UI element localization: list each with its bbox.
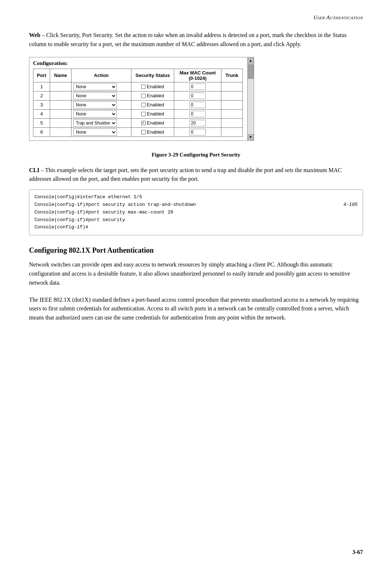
port-5: 5 bbox=[33, 118, 50, 127]
max-mac-2[interactable] bbox=[174, 91, 221, 100]
col-port: Port bbox=[33, 69, 50, 82]
checkbox-5[interactable] bbox=[141, 121, 146, 125]
cli-paragraph: CLI – This example selects the target po… bbox=[29, 166, 363, 184]
scrollbar[interactable]: ▲ ▼ bbox=[247, 57, 254, 141]
enabled-label-3: Enabled bbox=[147, 102, 164, 107]
checkbox-3[interactable] bbox=[141, 103, 146, 107]
col-name: Name bbox=[50, 69, 72, 82]
scrollbar-up[interactable]: ▲ bbox=[248, 58, 254, 64]
figure-caption: Figure 3-29 Configuring Port Security bbox=[29, 152, 363, 158]
action-5[interactable]: None Trap Shutdown Trap and Shutdown bbox=[72, 118, 131, 127]
intro-text: – Click Security, Port Security. Set the… bbox=[29, 32, 347, 47]
checkbox-2[interactable] bbox=[141, 94, 146, 98]
max-mac-input-5[interactable] bbox=[189, 120, 206, 126]
cli-line-3: Console(config-if)#port security max-mac… bbox=[34, 209, 358, 216]
section-heading: Configuring 802.1X Port Authentication bbox=[29, 246, 363, 255]
trunk-1 bbox=[221, 82, 242, 91]
col-max-mac: Max MAC Count (0-1024) bbox=[174, 69, 221, 82]
cli-code-2: Console(config-if)#port security action … bbox=[34, 201, 196, 209]
max-mac-3[interactable] bbox=[174, 100, 221, 109]
col-trunk: Trunk bbox=[221, 69, 242, 82]
max-mac-6[interactable] bbox=[174, 127, 221, 137]
status-1[interactable]: Enabled bbox=[131, 82, 174, 91]
status-2[interactable]: Enabled bbox=[131, 91, 174, 100]
status-6[interactable]: Enabled bbox=[131, 127, 174, 137]
body-paragraph-1-text: Network switches can provide open and ea… bbox=[29, 261, 350, 286]
name-1 bbox=[50, 82, 72, 91]
checkbox-4[interactable] bbox=[141, 112, 146, 116]
table-row: 6 None Trap Shutdown Trap and Shutdown bbox=[33, 127, 243, 137]
name-5 bbox=[50, 118, 72, 127]
max-mac-4[interactable] bbox=[174, 109, 221, 118]
table-header-row: Port Name Action Security Status Max MAC… bbox=[33, 69, 243, 82]
action-4[interactable]: None Trap Shutdown Trap and Shutdown bbox=[72, 109, 131, 118]
enabled-label-4: Enabled bbox=[147, 111, 164, 117]
config-table-wrapper: Port Name Action Security Status Max MAC… bbox=[33, 69, 250, 137]
status-3[interactable]: Enabled bbox=[131, 100, 174, 109]
max-mac-1[interactable] bbox=[174, 82, 221, 91]
max-mac-input-4[interactable] bbox=[189, 111, 206, 117]
status-5[interactable]: Enabled bbox=[131, 118, 174, 127]
cli-line-1: Console(config)#interface ethernet 1/5 bbox=[34, 194, 358, 201]
config-box-title: Configuration: bbox=[33, 60, 250, 66]
action-3[interactable]: None Trap Shutdown Trap and Shutdown bbox=[72, 100, 131, 109]
port-6: 6 bbox=[33, 127, 50, 137]
action-select-6[interactable]: None Trap Shutdown Trap and Shutdown bbox=[73, 129, 117, 136]
action-6[interactable]: None Trap Shutdown Trap and Shutdown bbox=[72, 127, 131, 137]
cli-line-2: Console(config-if)#port security action … bbox=[34, 201, 358, 209]
cli-line-5: Console(config-if)# bbox=[34, 224, 358, 231]
checkbox-1[interactable] bbox=[141, 85, 146, 89]
trunk-5 bbox=[221, 118, 242, 127]
cli-line-4: Console(config-if)#port security bbox=[34, 216, 358, 224]
port-4: 4 bbox=[33, 109, 50, 118]
name-2 bbox=[50, 91, 72, 100]
action-1[interactable]: None Trap Shutdown Trap and Shutdown bbox=[72, 82, 131, 91]
cli-code-5: Console(config-if)# bbox=[34, 224, 88, 231]
name-6 bbox=[50, 127, 72, 137]
name-4 bbox=[50, 109, 72, 118]
trunk-6 bbox=[221, 127, 242, 137]
action-select-2[interactable]: None Trap Shutdown Trap and Shutdown bbox=[73, 92, 117, 99]
table-row: 2 None Trap Shutdown Trap and Shutdown bbox=[33, 91, 243, 100]
name-3 bbox=[50, 100, 72, 109]
action-select-3[interactable]: None Trap Shutdown Trap and Shutdown bbox=[73, 101, 117, 109]
status-4[interactable]: Enabled bbox=[131, 109, 174, 118]
scrollbar-thumb[interactable] bbox=[248, 64, 254, 79]
action-select-1[interactable]: None Trap Shutdown Trap and Shutdown bbox=[73, 83, 117, 90]
max-mac-input-3[interactable] bbox=[189, 102, 206, 108]
checkbox-6[interactable] bbox=[141, 130, 146, 134]
page-header: User Authentication bbox=[29, 15, 363, 21]
port-3: 3 bbox=[33, 100, 50, 109]
config-outer: Configuration: Port Name Action Security… bbox=[29, 57, 363, 147]
table-row: 3 None Trap Shutdown Trap and Shutdown bbox=[33, 100, 243, 109]
cli-code-box: Console(config)#interface ethernet 1/5 C… bbox=[29, 190, 363, 235]
action-2[interactable]: None Trap Shutdown Trap and Shutdown bbox=[72, 91, 131, 100]
enabled-label-5: Enabled bbox=[147, 120, 164, 126]
body-paragraph-1: Network switches can provide open and ea… bbox=[29, 260, 363, 287]
enabled-label-6: Enabled bbox=[147, 129, 164, 135]
max-mac-input-1[interactable] bbox=[189, 84, 206, 90]
body-paragraph-2-text: The IEEE 802.1X (dot1X) standard defines… bbox=[29, 297, 359, 321]
action-select-4[interactable]: None Trap Shutdown Trap and Shutdown bbox=[73, 110, 117, 118]
config-box: Configuration: Port Name Action Security… bbox=[29, 57, 254, 141]
cli-bold: CLI bbox=[29, 167, 39, 173]
intro-bold: Web bbox=[29, 32, 40, 38]
col-action: Action bbox=[72, 69, 131, 82]
trunk-2 bbox=[221, 91, 242, 100]
max-mac-input-6[interactable] bbox=[189, 129, 206, 135]
config-table: Port Name Action Security Status Max MAC… bbox=[33, 69, 243, 137]
header-title: User Authentication bbox=[314, 15, 363, 20]
scrollbar-down[interactable]: ▼ bbox=[248, 134, 254, 140]
table-row: 1 None Trap Shutdown Trap and Shutdown bbox=[33, 82, 243, 91]
max-mac-5[interactable] bbox=[174, 118, 221, 127]
cli-comment-2: 4-105 bbox=[343, 201, 358, 209]
cli-code-1: Console(config)#interface ethernet 1/5 bbox=[34, 194, 142, 201]
table-row: 5 None Trap Shutdown Trap and Shutdown bbox=[33, 118, 243, 127]
action-select-5[interactable]: None Trap Shutdown Trap and Shutdown bbox=[73, 119, 117, 127]
port-2: 2 bbox=[33, 91, 50, 100]
col-security-status: Security Status bbox=[131, 69, 174, 82]
trunk-4 bbox=[221, 109, 242, 118]
page-number: 3-67 bbox=[352, 549, 363, 555]
max-mac-input-2[interactable] bbox=[189, 93, 206, 99]
body-paragraph-2: The IEEE 802.1X (dot1X) standard defines… bbox=[29, 296, 363, 322]
